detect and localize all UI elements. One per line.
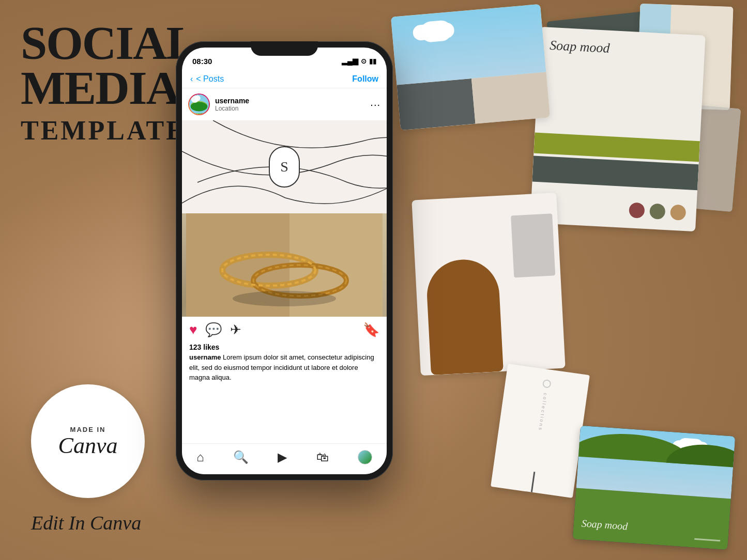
cloud-2	[420, 20, 452, 43]
battery-icon: ▮▮	[369, 57, 376, 65]
home-nav-icon[interactable]: ⌂	[196, 450, 204, 464]
dot-red	[629, 202, 645, 219]
post-location: Location	[215, 105, 249, 112]
post-username: username	[215, 97, 249, 105]
follow-button[interactable]: Follow	[352, 74, 378, 84]
post-more-options[interactable]: ···	[370, 99, 380, 111]
brown-abstract-card	[411, 193, 565, 376]
dot-olive	[649, 203, 666, 220]
art-top-section: S	[182, 120, 387, 213]
canva-brand: Canva	[58, 434, 118, 457]
card4-hole	[542, 379, 552, 388]
color-dots	[629, 202, 686, 221]
landscape-card-top	[391, 4, 550, 130]
dark-block	[532, 156, 698, 191]
search-nav-icon[interactable]: 🔍	[233, 450, 249, 464]
s-logo: S	[269, 146, 300, 188]
canva-badge: MADE IN Canva	[31, 384, 145, 498]
post-user-info: username Location	[188, 94, 249, 115]
likes-count: 123 likes	[182, 343, 387, 351]
nav-posts-label: < Posts	[196, 74, 224, 84]
brown-shape	[425, 258, 504, 375]
back-chevron-icon: ‹	[190, 74, 193, 84]
phone-mockup: 08:30 ▂▄▆ ⊙ ▮▮ ‹ < Posts Follow	[176, 41, 393, 480]
signal-icon: ▂▄▆	[342, 57, 358, 65]
caption-username: username	[189, 353, 221, 361]
bracelet-svg	[186, 213, 383, 317]
phone-outer: 08:30 ▂▄▆ ⊙ ▮▮ ‹ < Posts Follow	[176, 41, 393, 480]
status-time: 08:30	[192, 57, 212, 66]
avatar	[188, 94, 210, 115]
shop-nav-icon[interactable]: 🛍	[316, 450, 329, 464]
tag-card: collections	[491, 364, 590, 498]
cards-area: Soap mood collections	[395, 0, 747, 560]
card4-text: collections	[538, 393, 548, 432]
gray-rect	[511, 213, 555, 277]
post-image-area: S	[182, 120, 387, 317]
video-nav-icon[interactable]: ▶	[278, 450, 287, 464]
profile-nav-icon[interactable]	[358, 450, 372, 464]
post-actions: ♥ 💬 ✈ 🔖	[182, 317, 387, 343]
color-blocks	[532, 133, 700, 191]
heart-button[interactable]: ♥	[189, 322, 197, 338]
status-icons: ▂▄▆ ⊙ ▮▮	[342, 57, 376, 65]
phone-notch	[251, 41, 318, 56]
avatar-image	[189, 95, 209, 114]
soap-mood-text-1: Soap mood	[550, 38, 695, 61]
svg-point-12	[233, 291, 336, 306]
landscape-card-bottom: Soap mood	[573, 426, 736, 550]
made-in-label: MADE IN	[70, 426, 106, 433]
post-header: username Location ···	[182, 88, 387, 120]
avatar-svg	[189, 95, 209, 114]
wifi-icon: ⊙	[361, 57, 367, 65]
back-button[interactable]: ‹ < Posts	[190, 74, 224, 84]
card4-string	[531, 472, 536, 492]
post-actions-left: ♥ 💬 ✈	[189, 322, 241, 338]
phone-screen: 08:30 ▂▄▆ ⊙ ▮▮ ‹ < Posts Follow	[182, 48, 387, 474]
post-user-details: username Location	[215, 97, 249, 112]
svg-point-2	[191, 102, 208, 111]
card1-gray-section	[397, 79, 475, 130]
ig-navigation: ‹ < Posts Follow	[182, 70, 387, 88]
post-caption: username Lorem ipsum dolor sit amet, con…	[182, 351, 387, 387]
dot-tan	[670, 205, 687, 221]
share-button[interactable]: ✈	[230, 322, 241, 338]
bottom-navigation: ⌂ 🔍 ▶ 🛍	[182, 443, 387, 474]
edit-canva-label: Edit In Canva	[31, 511, 141, 534]
comment-button[interactable]: 💬	[205, 322, 222, 338]
card1-sky	[391, 4, 546, 85]
bracelet-photo	[182, 213, 387, 317]
svg-point-4	[195, 96, 201, 101]
bookmark-button[interactable]: 🔖	[363, 322, 379, 338]
card1-beige-section	[471, 72, 550, 123]
